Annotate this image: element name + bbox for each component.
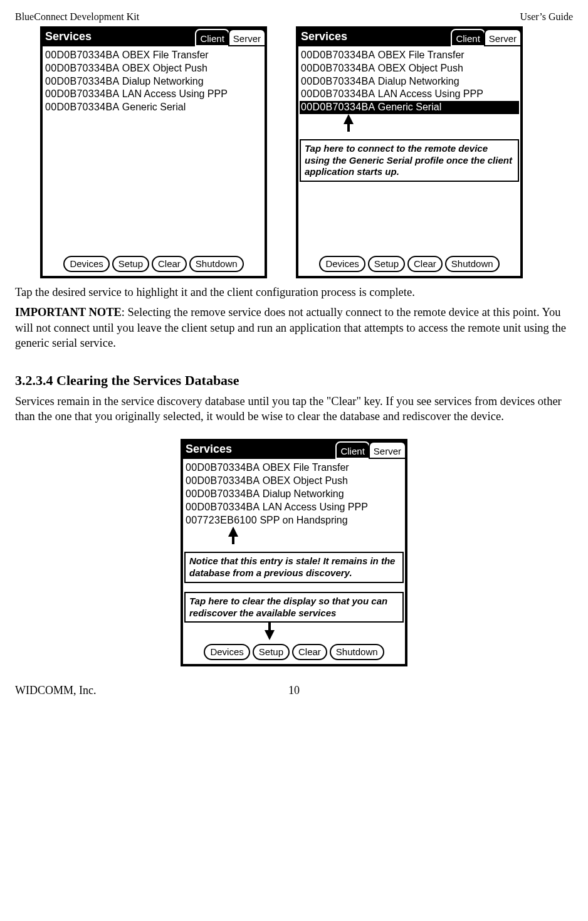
list-item[interactable]: 00D0B70334BA Dialup Networking	[184, 488, 404, 501]
tab-server[interactable]: Server	[484, 29, 522, 46]
devices-button[interactable]: Devices	[204, 644, 249, 660]
button-row: Devices Setup Clear Shutdown	[43, 253, 265, 276]
service-list: 00D0B70334BA OBEX File Transfer 00D0B703…	[183, 459, 405, 641]
arrow-up-icon	[344, 114, 354, 124]
tab-server[interactable]: Server	[228, 29, 266, 46]
list-item[interactable]: 00D0B70334BA LAN Access Using PPP	[44, 88, 263, 101]
body-paragraph: Services remain in the service discovery…	[15, 394, 573, 424]
page-header: BlueConnect Development Kit User’s Guide	[15, 11, 573, 23]
list-item[interactable]: 00D0B70334BA LAN Access Using PPP	[184, 501, 404, 514]
tab-client[interactable]: Client	[335, 441, 369, 459]
body-paragraph-important: IMPORTANT NOTE: Selecting the remove ser…	[15, 305, 573, 350]
list-item[interactable]: 00D0B70334BA Dialup Networking	[300, 75, 519, 88]
palm-screenshot-bottom: Services Client Server 00D0B70334BA OBEX…	[181, 439, 407, 666]
tab-set: Client Server	[335, 441, 405, 459]
list-item[interactable]: 00D0B70334BA Dialup Networking	[44, 75, 263, 88]
list-item[interactable]: 00D0B70334BA OBEX Object Push	[300, 62, 519, 75]
shutdown-button[interactable]: Shutdown	[189, 256, 244, 272]
title-bar: Services Client Server	[183, 441, 405, 459]
list-item[interactable]: 00D0B70334BA OBEX Object Push	[184, 475, 404, 488]
callout-select-service: Tap here to connect to the remote device…	[300, 139, 519, 182]
palm-screenshot-right: Services Client Server 00D0B70334BA OBEX…	[296, 26, 523, 278]
tab-set: Client Server	[195, 29, 265, 46]
tab-client[interactable]: Client	[451, 29, 485, 46]
list-item[interactable]: 00D0B70334BA OBEX File Transfer	[300, 49, 519, 62]
list-item-selected[interactable]: 00D0B70334BA Generic Serial	[300, 101, 519, 114]
page-number: 10	[0, 684, 588, 697]
title-bar: Services Client Server	[43, 29, 265, 46]
clear-button[interactable]: Clear	[292, 644, 327, 660]
figure-row-top: Services Client Server 00D0B70334BA OBEX…	[40, 26, 573, 278]
setup-button[interactable]: Setup	[368, 256, 405, 272]
devices-button[interactable]: Devices	[319, 256, 365, 272]
title-label: Services	[43, 29, 95, 46]
callout-stale-entry: Notice that this entry is stale! It rema…	[184, 552, 404, 583]
palm-screenshot-left: Services Client Server 00D0B70334BA OBEX…	[40, 26, 267, 278]
clear-button[interactable]: Clear	[152, 256, 187, 272]
devices-button[interactable]: Devices	[63, 256, 109, 272]
service-list: 00D0B70334BA OBEX File Transfer 00D0B703…	[43, 46, 265, 253]
button-row: Devices Setup Clear Shutdown	[183, 641, 405, 664]
shutdown-button[interactable]: Shutdown	[330, 644, 384, 660]
setup-button[interactable]: Setup	[112, 256, 149, 272]
button-row: Devices Setup Clear Shutdown	[298, 253, 520, 276]
header-right: User’s Guide	[520, 11, 573, 23]
title-bar: Services Client Server	[298, 29, 520, 46]
list-item[interactable]: 00D0B70334BA OBEX File Transfer	[184, 461, 404, 475]
tab-client[interactable]: Client	[195, 29, 229, 46]
setup-button[interactable]: Setup	[253, 644, 290, 660]
figure-bottom: Services Client Server 00D0B70334BA OBEX…	[181, 439, 407, 666]
title-label: Services	[298, 29, 351, 46]
list-item[interactable]: 007723EB6100 SPP on Handspring	[184, 514, 404, 527]
header-left: BlueConnect Development Kit	[15, 11, 139, 23]
callout-clear: Tap here to clear the display so that yo…	[184, 592, 404, 623]
tab-server[interactable]: Server	[369, 441, 406, 459]
arrow-up-icon	[228, 527, 238, 537]
list-item[interactable]: 00D0B70334BA Generic Serial	[44, 101, 263, 114]
list-item[interactable]: 00D0B70334BA LAN Access Using PPP	[300, 88, 519, 101]
list-item[interactable]: 00D0B70334BA OBEX File Transfer	[44, 49, 263, 62]
important-note-label: IMPORTANT NOTE	[15, 306, 122, 318]
page-footer: WIDCOMM, Inc. 10	[15, 684, 573, 697]
list-item[interactable]: 00D0B70334BA OBEX Object Push	[44, 62, 263, 75]
arrow-down-icon	[265, 630, 275, 640]
tab-set: Client Server	[451, 29, 520, 46]
clear-button[interactable]: Clear	[407, 256, 443, 272]
shutdown-button[interactable]: Shutdown	[445, 256, 500, 272]
service-list: 00D0B70334BA OBEX File Transfer 00D0B703…	[298, 46, 520, 253]
title-label: Services	[183, 441, 236, 459]
section-heading: 3.2.3.4 Clearing the Services Database	[15, 372, 573, 389]
body-paragraph: Tap the desired service to highlight it …	[15, 285, 573, 300]
